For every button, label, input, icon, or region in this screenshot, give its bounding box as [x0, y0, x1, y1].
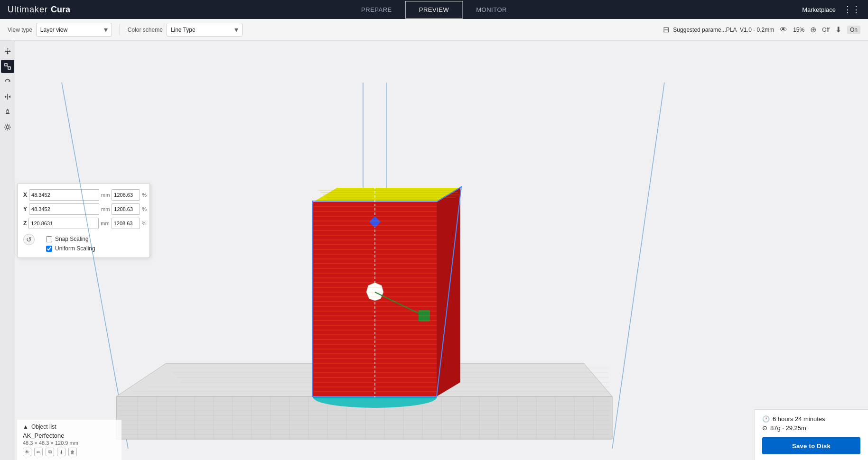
marketplace-button[interactable]: Marketplace: [802, 6, 836, 13]
obj-save-icon[interactable]: ⬇: [57, 448, 65, 456]
spool-weight-icon: ⊙: [762, 424, 767, 432]
clock-icon: 🕐: [762, 415, 770, 423]
object-dimensions: 48.3 × 48.3 × 120.9 mm: [23, 440, 116, 446]
color-scheme-group: Color scheme Line Type ▾: [128, 23, 243, 37]
titlebar: Ultimaker Cura PREPARE PREVIEW MONITOR M…: [0, 0, 868, 19]
collapse-icon[interactable]: ▲: [23, 423, 28, 430]
suggested-params-label: Suggested parame...PLA_V1.0 - 0.2mm: [673, 27, 774, 33]
bed-boundary-line-left: [62, 83, 128, 449]
apps-grid-icon[interactable]: ⋮⋮: [843, 4, 860, 15]
object-list-panel: ▲ Object list AK_Perfectone 48.3 × 48.3 …: [17, 420, 121, 460]
object-list-header: ▲ Object list: [23, 423, 116, 430]
object-list-label: Object list: [31, 423, 56, 430]
view-type-label: View type: [8, 27, 32, 33]
handle-white-center: [366, 283, 383, 301]
view-type-dropdown[interactable]: Layer view ▾: [36, 23, 112, 37]
3d-scene: [0, 41, 868, 460]
app-logo: Ultimaker Cura: [8, 5, 70, 15]
object-list-action-icons: 👁 ✏ ⧉ ⬇ 🗑: [23, 448, 116, 456]
object-name: AK_Perfectone: [23, 432, 116, 439]
color-scheme-dropdown[interactable]: Line Type ▾: [167, 23, 243, 37]
spool-icon: ⊕: [810, 25, 816, 34]
view-type-value: Layer view: [40, 27, 67, 33]
view-icon: 👁: [780, 26, 787, 34]
print-weight-label: 87g · 29.25m: [770, 424, 806, 432]
obj-duplicate-icon[interactable]: ⧉: [46, 448, 54, 456]
tab-monitor[interactable]: MONITOR: [463, 1, 520, 18]
suggested-params: ⊟ Suggested parame...PLA_V1.0 - 0.2mm: [663, 25, 774, 34]
svg-line-10: [612, 83, 664, 449]
nav-tabs: PREPARE PREVIEW MONITOR: [348, 1, 520, 18]
color-scheme-value: Line Type: [171, 27, 196, 33]
save-to-disk-button[interactable]: Save to Disk: [762, 437, 860, 454]
color-scheme-label: Color scheme: [128, 27, 163, 33]
obj-visibility-icon[interactable]: 👁: [23, 448, 31, 456]
print-weight: ⊙ 87g · 29.25m: [762, 424, 860, 432]
percent-badge: 15%: [793, 27, 804, 33]
save-icon: ⬇: [835, 25, 841, 34]
chevron-down-icon-2: ▾: [234, 25, 238, 34]
print-time: 🕐 6 hours 24 minutes: [762, 415, 860, 423]
tab-preview[interactable]: PREVIEW: [405, 1, 463, 18]
titlebar-right: Marketplace ⋮⋮: [802, 4, 860, 15]
chevron-down-icon: ▾: [104, 25, 108, 34]
app-name-part2: Cura: [51, 5, 70, 15]
on-badge: On: [847, 26, 860, 34]
settings-sliders-icon: ⊟: [663, 25, 669, 34]
top-toolbar: View type Layer view ▾ Color scheme Line…: [0, 19, 868, 41]
toolbar-separator-1: [120, 24, 120, 36]
app-name-part1: Ultimaker: [8, 5, 48, 15]
print-info-panel: 🕐 6 hours 24 minutes ⊙ 87g · 29.25m Save…: [754, 409, 868, 460]
print-time-label: 6 hours 24 minutes: [773, 415, 825, 423]
tab-prepare[interactable]: PREPARE: [348, 1, 405, 18]
obj-delete-icon[interactable]: 🗑: [68, 448, 77, 456]
view-type-group: View type Layer view ▾: [8, 23, 112, 37]
obj-edit-icon[interactable]: ✏: [34, 448, 43, 456]
viewport: X mm % Y mm % Z mm % ↺ Snap Scaling: [0, 41, 868, 460]
toolbar-right-group: ⊟ Suggested parame...PLA_V1.0 - 0.2mm 👁 …: [663, 25, 860, 34]
off-label: Off: [822, 27, 830, 33]
